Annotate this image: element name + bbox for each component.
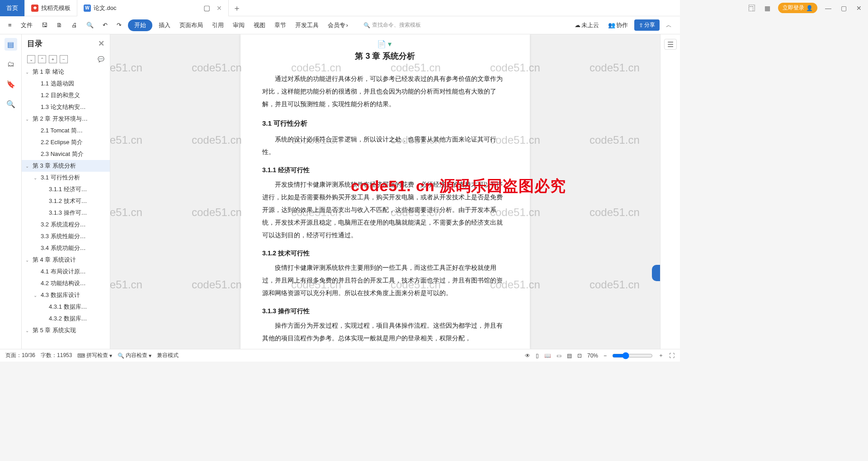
preview-icon[interactable]: 🔍 <box>84 20 96 30</box>
tab-review[interactable]: 审阅 <box>230 19 247 31</box>
view-eye-icon[interactable]: 👁 <box>525 353 530 359</box>
tab-label: 找稻壳模板 <box>41 4 71 12</box>
new-tab-button[interactable]: ＋ <box>229 3 245 14</box>
side-grip[interactable] <box>652 265 660 281</box>
remove-node-icon[interactable]: − <box>60 55 68 63</box>
file-menu[interactable]: 文件 <box>18 19 35 31</box>
outline-item[interactable]: 1.3 论文结构安… <box>22 101 110 113</box>
outline-toolbar: ⌄ ⌃ + − 💬 <box>22 52 110 66</box>
view-page-icon[interactable]: ▯ <box>536 353 539 359</box>
share-button[interactable]: ⇪ 分享 <box>634 19 660 31</box>
zoom-slider[interactable] <box>612 352 653 359</box>
fullscreen-icon[interactable]: ⛶ <box>669 353 675 359</box>
spellcheck-button[interactable]: ⌨ 拼写检查 ▾ <box>77 352 112 359</box>
outline-item[interactable]: ⌄3.1 可行性分析 <box>22 172 110 183</box>
expand-all-icon[interactable]: ⌃ <box>38 55 46 63</box>
outline-item[interactable]: ⌄第 4 章 系统设计 <box>22 254 110 266</box>
menu-icon[interactable]: ≡ <box>5 20 14 30</box>
coop-button[interactable]: 👥 协作 <box>605 19 631 31</box>
outline-item[interactable]: 3.4 系统功能分… <box>22 242 110 254</box>
zoom-fit-icon[interactable]: ⊡ <box>577 353 582 359</box>
save-icon[interactable]: 🖫 <box>39 20 50 30</box>
outline-item[interactable]: ⌄第 3 章 系统分析 <box>22 160 110 172</box>
right-pane-toggle-icon[interactable]: ☰ <box>664 39 677 50</box>
view-web-icon[interactable]: ▭ <box>557 353 561 359</box>
tab-template[interactable]: ❖ 找稻壳模板 <box>25 0 77 16</box>
close-outline-icon[interactable]: ✕ <box>98 39 104 48</box>
split-icon[interactable]: ▢ <box>203 4 210 12</box>
cloud-status[interactable]: ☁ 未上云 <box>572 19 602 31</box>
outline-item[interactable]: 4.3.1 数据库… <box>22 301 110 313</box>
collapse-ribbon-icon[interactable]: ︿ <box>663 19 675 31</box>
view-outline-icon[interactable]: ▤ <box>567 353 572 359</box>
outline-item[interactable]: 4.1 布局设计原… <box>22 266 110 278</box>
outline-item[interactable]: 3.1.1 经济可… <box>22 183 110 195</box>
outline-item[interactable]: 1.1 选题动因 <box>22 78 110 89</box>
redo-icon[interactable]: ↷ <box>114 20 124 30</box>
outline-panel: 目录 ✕ ⌄ ⌃ + − 💬 ⌄第 1 章 绪论1.1 选题动因1.2 目的和意… <box>22 34 110 349</box>
template-icon: ❖ <box>31 5 38 12</box>
command-search[interactable]: 🔍 查找命令、搜索模板 <box>363 21 421 29</box>
tab-label: 论文.doc <box>94 4 117 12</box>
left-rail: ▤ 🗂 🔖 🔍 <box>0 34 22 349</box>
ribbon-bar: ≡ 文件 🖫 🗎 🖨 🔍 ↶ ↷ 开始 插入 页面布局 引用 审阅 视图 章节 … <box>0 16 680 34</box>
outline-item[interactable]: 1.2 目的和意义 <box>22 89 110 101</box>
tab-insert[interactable]: 插入 <box>156 19 173 31</box>
subsection-heading: 3.1.2 技术可行性 <box>262 247 508 259</box>
outline-item[interactable]: 3.1.2 技术可… <box>22 195 110 207</box>
page-indicator[interactable]: 页面：10/36 <box>5 352 35 359</box>
body-text: 操作方面分为开发过程，实现过程，项目具体操作流程。这些因为都学过，并且有其他的项… <box>262 319 508 344</box>
clip-rail-icon[interactable]: 🗂 <box>5 58 17 71</box>
outline-item[interactable]: 2.2 Eclipse 简介 <box>22 136 110 148</box>
chapter-heading: 第 3 章 系统分析 <box>262 48 508 64</box>
tab-start[interactable]: 开始 <box>128 19 152 31</box>
tab-home[interactable]: 首页 <box>0 0 25 16</box>
undo-icon[interactable]: ↶ <box>100 20 110 30</box>
title-bar: 首页 ❖ 找稻壳模板 W 论文.doc ▢ ✕ ＋ ⿹ ▦ 立即登录 👤 — ▢… <box>0 0 680 16</box>
doc-icon: W <box>84 5 91 12</box>
outline-item[interactable]: 2.1 Tomcat 简… <box>22 125 110 136</box>
outline-chat-icon[interactable]: 💬 <box>98 56 104 62</box>
view-book-icon[interactable]: 📖 <box>544 353 551 359</box>
outline-title: 目录 <box>27 38 42 49</box>
outline-item[interactable]: ⌄第 2 章 开发环境与… <box>22 113 110 125</box>
outline-item[interactable]: 3.3 系统性能分… <box>22 230 110 242</box>
close-tab-icon[interactable]: ✕ <box>217 5 222 12</box>
tab-layout[interactable]: 页面布局 <box>177 19 206 31</box>
outline-item[interactable]: ⌄4.3 数据库设计 <box>22 289 110 301</box>
saveas-icon[interactable]: 🗎 <box>54 20 65 30</box>
print-icon[interactable]: 🖨 <box>69 20 80 30</box>
tab-devtools[interactable]: 开发工具 <box>292 19 321 31</box>
add-node-icon[interactable]: + <box>49 55 57 63</box>
zoom-level[interactable]: 70% <box>587 353 598 359</box>
watermark-red: code51. cn 源码乐园盗图必究 <box>351 176 566 197</box>
outline-rail-icon[interactable]: ▤ <box>5 38 17 51</box>
tab-view[interactable]: 视图 <box>251 19 268 31</box>
search-rail-icon[interactable]: 🔍 <box>5 98 17 110</box>
outline-item[interactable]: 4.3.2 数据库… <box>22 313 110 325</box>
outline-item[interactable]: ⌄第 5 章 系统实现 <box>22 325 110 336</box>
zoom-in-icon[interactable]: ＋ <box>658 352 664 359</box>
compat-mode[interactable]: 兼容模式 <box>157 352 179 359</box>
outline-list: ⌄第 1 章 绪论1.1 选题动因1.2 目的和意义1.3 论文结构安…⌄第 2… <box>22 66 110 349</box>
tab-ref[interactable]: 引用 <box>209 19 226 31</box>
word-count[interactable]: 字数：11953 <box>41 352 72 359</box>
body-text: 通过对系统的功能进行具体分析，可以参考已经发表过的具有参考价值的文章作为对比，这… <box>262 72 508 110</box>
outline-item[interactable]: 4.2 功能结构设… <box>22 278 110 289</box>
outline-item[interactable]: 2.3 Navicat 简介 <box>22 148 110 160</box>
collapse-all-icon[interactable]: ⌄ <box>27 55 35 63</box>
zoom-out-icon[interactable]: − <box>604 353 607 359</box>
content-check-button[interactable]: 🔍 内容检查 ▾ <box>118 352 151 359</box>
tab-document[interactable]: W 论文.doc ▢ ✕ <box>77 0 229 16</box>
bookmark-rail-icon[interactable]: 🔖 <box>5 78 17 90</box>
status-bar: 页面：10/36 字数：11953 ⌨ 拼写检查 ▾ 🔍 内容检查 ▾ 兼容模式… <box>0 349 680 362</box>
outline-item[interactable]: 3.1.3 操作可… <box>22 207 110 219</box>
tab-member[interactable]: 会员专 › <box>325 19 351 31</box>
tab-chapter[interactable]: 章节 <box>272 19 289 31</box>
body-text: 系统的设计必须符合正常逻辑，所以设计之处，也需要从其他方面来论证其可行性。 <box>262 133 508 158</box>
main-area: ▤ 🗂 🔖 🔍 目录 ✕ ⌄ ⌃ + − 💬 ⌄第 1 章 绪论1.1 选题动因… <box>0 34 680 349</box>
outline-item[interactable]: 3.2 系统流程分… <box>22 219 110 230</box>
right-pane: ☰ <box>660 34 680 349</box>
outline-item[interactable]: ⌄第 1 章 绪论 <box>22 66 110 78</box>
document-workspace[interactable]: 📄 ▾ 第 3 章 系统分析 通过对系统的功能进行具体分析，可以参考已经发表过的… <box>110 34 660 349</box>
